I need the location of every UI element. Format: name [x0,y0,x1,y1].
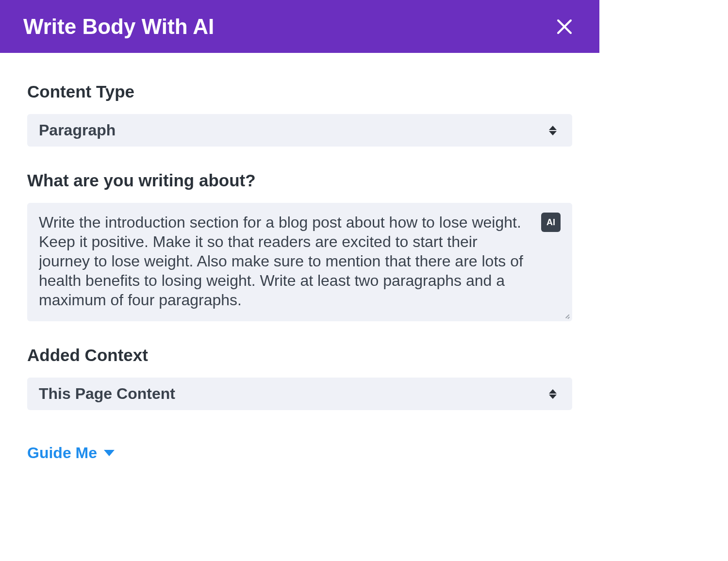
content-type-value: Paragraph [39,121,549,139]
guide-me-button[interactable]: Guide Me [27,444,115,462]
content-type-label: Content Type [27,82,572,101]
modal-title: Write Body With AI [23,15,214,39]
writing-about-textarea-wrapper: Write the introduction section for a blo… [27,203,572,321]
modal-header: Write Body With AI [0,0,599,53]
content-type-select[interactable]: Paragraph [27,114,572,147]
close-icon [556,18,573,35]
content-type-field-group: Content Type Paragraph [27,82,572,147]
added-context-field-group: Added Context This Page Content [27,346,572,410]
chevron-down-icon [104,450,115,456]
ai-badge-button[interactable]: AI [541,213,561,232]
added-context-label: Added Context [27,346,572,365]
added-context-select[interactable]: This Page Content [27,378,572,410]
guide-me-label: Guide Me [27,444,97,462]
added-context-value: This Page Content [39,385,549,403]
resize-handle-icon [563,313,570,319]
ai-writer-modal: Write Body With AI Content Type Paragrap… [0,0,599,561]
writing-about-textarea[interactable]: Write the introduction section for a blo… [39,213,531,310]
select-arrows-icon [549,126,557,135]
select-arrows-icon [549,389,557,399]
close-button[interactable] [553,15,576,38]
writing-about-label: What are you writing about? [27,171,572,190]
writing-about-field-group: What are you writing about? Write the in… [27,171,572,321]
modal-body: Content Type Paragraph What are you writ… [0,53,599,481]
